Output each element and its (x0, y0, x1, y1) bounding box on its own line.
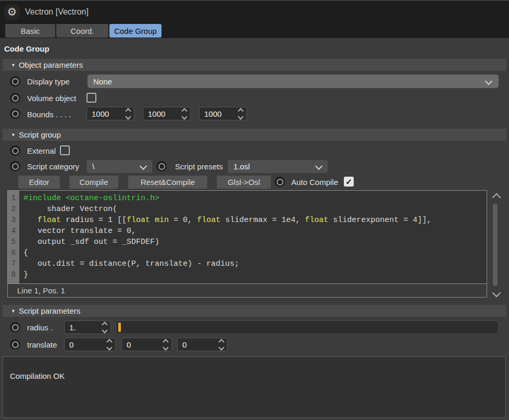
external-checkbox[interactable] (60, 145, 70, 155)
param-dot-auto-compile[interactable] (275, 177, 285, 187)
section-title: Script group (19, 130, 61, 139)
bounds-z-field[interactable]: 1000 (199, 107, 247, 120)
param-dot-script-category[interactable] (10, 161, 20, 171)
page-title: Code Group (4, 44, 49, 53)
param-dot-script-presets[interactable] (156, 161, 167, 171)
tab-code-group[interactable]: Code Group (109, 24, 162, 38)
auto-compile-checkbox[interactable] (344, 177, 354, 187)
script-category-select[interactable]: \ (86, 160, 152, 173)
window-title: Vectron [Vectron] (25, 7, 89, 17)
translate-y-value: 0 (127, 340, 131, 349)
script-presets-select[interactable]: 1.osl (228, 160, 328, 173)
translate-label: translate (27, 340, 57, 349)
translate-y-field[interactable]: 0 (121, 338, 172, 351)
collapse-triangle-icon: ▼ (11, 132, 16, 138)
section-script-parameters[interactable]: ▼ Script parameters (3, 305, 506, 317)
chevron-down-icon (140, 163, 147, 170)
section-object-parameters[interactable]: ▼ Object parameters (3, 59, 506, 71)
bounds-x-field[interactable]: 1000 (86, 107, 134, 120)
spinner-arrows-icon[interactable] (219, 338, 224, 351)
volume-object-label: Volume object (27, 94, 76, 103)
section-script-group[interactable]: ▼ Script group (3, 129, 506, 141)
scrollbar-thumb[interactable] (493, 204, 498, 286)
spinner-arrows-icon[interactable] (182, 107, 187, 120)
param-dot-bounds[interactable] (10, 108, 20, 119)
editor-button[interactable]: Editor (18, 176, 60, 189)
script-category-value: \ (92, 162, 94, 171)
compile-button[interactable]: Compile (69, 176, 118, 189)
chevron-down-icon (485, 78, 492, 85)
compilation-output: Compilation OK (3, 356, 506, 418)
line-number-gutter: 12345678 (8, 191, 19, 283)
code-editor[interactable]: 12345678 #include <octane-oslintrin.h> s… (7, 190, 487, 298)
param-dot-external[interactable] (10, 145, 20, 156)
spinner-arrows-icon[interactable] (107, 338, 111, 351)
auto-compile-label: Auto Compile (291, 178, 338, 187)
radius-slider-handle[interactable] (118, 323, 121, 332)
bounds-x-value: 1000 (92, 109, 109, 118)
bounds-y-field[interactable]: 1000 (143, 107, 191, 120)
radius-slider[interactable] (116, 320, 499, 334)
scroll-up-icon[interactable] (492, 193, 501, 202)
radius-field[interactable]: 1. (64, 320, 111, 334)
translate-z-field[interactable]: 0 (177, 338, 228, 351)
editor-status-bar: Line 1, Pos. 1 (8, 283, 487, 297)
script-category-label: Script category (27, 162, 79, 171)
bounds-label: Bounds . . . . (27, 110, 71, 119)
vectron-panel: ⚙ Vectron [Vectron] Basic Coord. Code Gr… (0, 0, 509, 420)
param-dot-radius[interactable] (10, 322, 20, 332)
window-titlebar: ⚙ Vectron [Vectron] Basic Coord. Code Gr… (0, 1, 509, 38)
section-title: Script parameters (19, 306, 80, 315)
bounds-y-value: 1000 (148, 109, 165, 118)
collapse-triangle-icon: ▼ (11, 63, 16, 68)
spinner-arrows-icon[interactable] (126, 107, 130, 120)
param-dot-volume-object[interactable] (10, 93, 20, 103)
glsl-to-osl-button[interactable]: Glsl->Osl (217, 176, 271, 189)
volume-object-checkbox[interactable] (86, 93, 96, 103)
reset-compile-button[interactable]: Reset&Compile (128, 176, 207, 189)
code-lines[interactable]: #include <octane-oslintrin.h> shader Vec… (19, 191, 487, 283)
chevron-down-icon (315, 163, 322, 170)
script-presets-value: 1.osl (233, 162, 250, 171)
display-type-select[interactable]: None (88, 75, 499, 88)
radius-value: 1. (69, 323, 76, 332)
vectron-gear-icon: ⚙ (4, 4, 20, 20)
bounds-z-value: 1000 (204, 109, 221, 118)
display-type-value: None (93, 77, 112, 86)
param-dot-translate[interactable] (10, 339, 20, 350)
compilation-message: Compilation OK (10, 372, 65, 380)
external-label: External (27, 146, 56, 155)
spinner-arrows-icon[interactable] (103, 321, 107, 333)
radius-label: radius . (27, 323, 53, 332)
param-dot-display-type[interactable] (10, 76, 20, 87)
collapse-triangle-icon: ▼ (11, 308, 16, 314)
spinner-arrows-icon[interactable] (164, 338, 168, 351)
section-title: Object parameters (19, 60, 83, 69)
scroll-down-icon[interactable] (492, 289, 501, 298)
display-type-label: Display type (27, 77, 70, 86)
translate-x-value: 0 (69, 340, 73, 349)
script-presets-label: Script presets (175, 162, 223, 171)
tab-basic[interactable]: Basic (5, 24, 55, 38)
tab-coord[interactable]: Coord. (56, 24, 108, 38)
translate-z-value: 0 (182, 340, 187, 349)
translate-x-field[interactable]: 0 (64, 338, 116, 351)
spinner-arrows-icon[interactable] (239, 107, 243, 120)
